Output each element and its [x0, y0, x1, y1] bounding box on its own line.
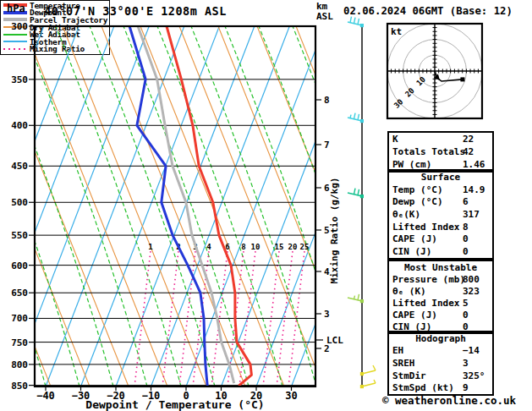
x-axis-label: Dewpoint / Temperature (°C) [35, 398, 315, 411]
table-row-value: 22 [463, 134, 474, 145]
dry-adiabat-line [491, 26, 532, 386]
table-row-label: StmSpd (kt) [392, 382, 454, 393]
wind-barb-shaft [348, 193, 362, 196]
wind-barb-feather [358, 294, 359, 300]
table-row-label: θₑ (K) [392, 286, 426, 297]
table-row-label: Temp (°C) [392, 184, 443, 195]
table-row-value: 0 [463, 310, 469, 321]
table-row-value: 317 [463, 209, 480, 220]
stats-table: SurfaceTemp (°C)14.9Dewp (°C)6θₑ(K)317Li… [387, 169, 494, 260]
pressure-tick-label: 850 [11, 381, 28, 392]
wind-barb-feather [350, 17, 352, 23]
table-row-label: Totals Totals [392, 146, 465, 157]
wind-barb-feather [373, 365, 376, 370]
km-tick-label: 8 [324, 95, 330, 106]
table-row-label: K [392, 134, 398, 145]
km-tick-label: 7 [324, 140, 330, 151]
table-row-value: 42 [463, 146, 474, 157]
table-row: θₑ (K)323 [389, 286, 492, 297]
mixing-ratio-line [277, 251, 293, 386]
sounding-chart-page: 1234681015202530035040045050055060065070… [0, 0, 532, 411]
table-row-value: 6 [463, 196, 469, 207]
wind-barb-shaft [348, 298, 362, 301]
table-row: Dewp (°C)6 [389, 196, 492, 207]
isotherm-line [186, 26, 325, 386]
table-row-value: −14 [463, 345, 480, 356]
table-row: SREH3 [389, 358, 492, 369]
table-row-value: 3 [463, 358, 469, 369]
mixing-ratio-value-label: 4 [206, 243, 211, 251]
mixing-ratio-axis-label: Mixing Ratio (g/kg) [329, 176, 340, 286]
table-row: Totals Totals42 [389, 146, 492, 157]
wind-barb-feather [354, 18, 356, 24]
table-row-value: 14.9 [463, 184, 485, 195]
wind-barb-feather [350, 115, 351, 118]
isotherm-line [256, 26, 395, 386]
pressure-tick-label: 700 [11, 313, 28, 324]
dry-adiabat-line [0, 26, 12, 386]
table-row-value: 800 [463, 274, 480, 285]
hodograph-ring-label: 10 [414, 75, 427, 88]
table-row-label: CIN (J) [392, 246, 431, 257]
stats-table: HodographEH−14SREH3StmDir325°StmSpd (kt)… [387, 331, 494, 396]
mixing-ratio-value-label: 10 [251, 243, 261, 251]
station-title: 40°07'N 33°00'E 1208m ASL [8, 4, 262, 18]
wind-barb-shaft [362, 370, 376, 374]
isotherm-line [81, 26, 220, 386]
wet-adiabat-line [0, 26, 12, 386]
hodograph: 102030 [387, 24, 482, 118]
hodograph-trace-end [460, 77, 464, 81]
mixing-ratio-line [162, 251, 178, 386]
table-row-label: CAPE (J) [392, 310, 437, 321]
table-row-label: θₑ(K) [392, 209, 420, 220]
mixing-ratio-line [179, 251, 195, 386]
wind-barb-feather [358, 19, 359, 25]
mixing-ratio-value-label: 25 [300, 243, 310, 251]
wind-barb-shaft [348, 22, 362, 25]
table-row-value: 325° [463, 370, 485, 381]
pressure-tick-label: 500 [11, 197, 28, 208]
table-row: StmDir325° [389, 370, 492, 381]
pressure-tick-label: 550 [11, 230, 28, 241]
table-row-value: 5 [463, 298, 469, 309]
pressure-tick-label: 800 [11, 359, 28, 370]
table-row: EH−14 [389, 345, 492, 356]
table-row: Lifted Index8 [389, 222, 492, 233]
isotherm-line [0, 26, 8, 386]
isotherm-line [11, 26, 150, 386]
table-row-label: EH [392, 345, 403, 356]
mixing-ratio-line [134, 251, 151, 386]
altitude-unit-asl: ASL [316, 11, 333, 22]
wind-barb-feather [354, 296, 355, 299]
hodograph-ring-label: 30 [392, 97, 405, 110]
wind-barb-shaft [362, 383, 376, 386]
hodograph-ring-label: 20 [403, 86, 416, 99]
table-row: θₑ(K)317 [389, 209, 492, 220]
stats-table: K22Totals Totals42PW (cm)1.46 [387, 131, 494, 173]
table-row-label: StmDir [392, 370, 426, 381]
mixing-ratio-value-label: 8 [241, 243, 245, 251]
dry-adiabat-line [179, 26, 323, 386]
wind-barb-feather [358, 114, 359, 120]
table-row-label: CAPE (J) [392, 233, 437, 244]
table-title: Hodograph [389, 333, 492, 344]
temperature-curve [167, 26, 251, 386]
datetime-label: 02.06.2024 06GMT (Base: 12) [343, 5, 513, 17]
wind-barb-feather [354, 113, 356, 119]
pressure-tick-label: 600 [11, 260, 28, 271]
altitude-axis-unit: km ASL [316, 2, 333, 22]
table-title: Most Unstable [389, 262, 492, 273]
mixing-ratio-value-label: 1 [148, 243, 152, 251]
wind-barb-feather [354, 189, 356, 195]
table-row-label: Lifted Index [392, 222, 459, 233]
table-row: CAPE (J)0 [389, 310, 492, 321]
mixing-ratio-value-label: 15 [275, 243, 284, 251]
dewpoint-curve [129, 26, 207, 386]
dry-adiabat-line [101, 26, 245, 386]
pressure-tick-label: 650 [11, 288, 28, 299]
wet-adiabat-line [90, 26, 215, 386]
table-row: Pressure (mb)800 [389, 274, 492, 285]
pressure-tick-label: 350 [11, 74, 28, 85]
pressure-tick-label: 300 [11, 21, 28, 32]
table-row-label: Pressure (mb) [392, 274, 465, 285]
